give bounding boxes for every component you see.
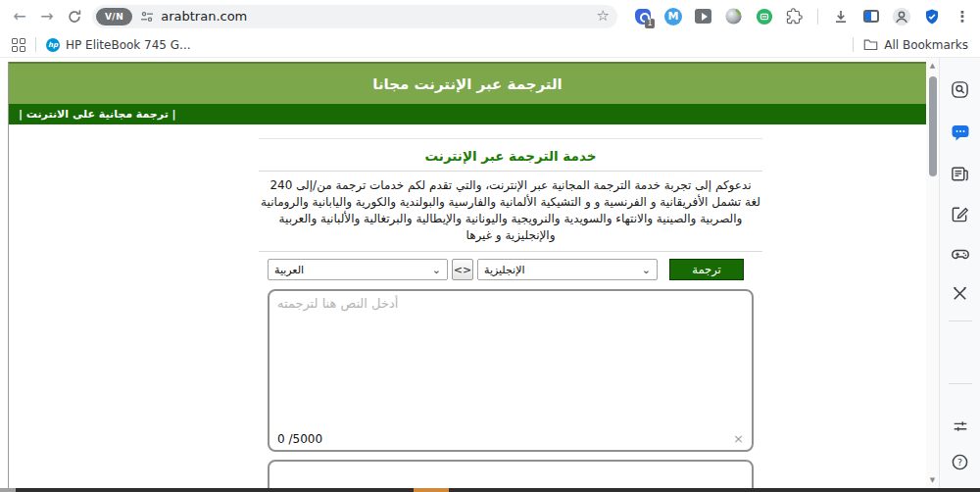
search-sidebar-button[interactable] — [949, 77, 972, 101]
taskbar-highlight-segment — [414, 488, 449, 492]
bookmark-star-icon[interactable]: ☆ — [597, 9, 610, 24]
target-language-select[interactable]: الإنجليزية ⌄ — [477, 259, 658, 280]
scroll-up-button[interactable]: ▲ — [926, 60, 939, 72]
security-shield-button[interactable] — [920, 5, 944, 28]
mail-extension-icon[interactable]: M — [662, 5, 685, 28]
scroll-down-button[interactable]: ▼ — [926, 474, 939, 486]
profile-avatar[interactable] — [890, 5, 913, 28]
all-bookmarks-label: All Bookmarks — [884, 38, 968, 52]
news-button[interactable] — [949, 162, 972, 185]
green-extension-icon[interactable] — [753, 5, 776, 28]
source-language-select[interactable]: العربية ⌄ — [268, 259, 448, 280]
nav-free-translation-link[interactable]: | ترجمة مجانية على الانترنت | — [19, 108, 176, 121]
game-controller-icon — [951, 244, 970, 264]
news-icon — [951, 165, 969, 183]
avatar-icon — [892, 7, 911, 26]
browser-menu-button[interactable]: ⋮ — [951, 5, 974, 28]
intro-paragraph: ندعوكم إلى تجربة خدمة الترجمة المجانية ع… — [261, 177, 760, 244]
bookmark-hp-label: HP EliteBook 745 G... — [66, 38, 191, 52]
page-main: خدمة الترجمة عبر الإنترنت ندعوكم إلى تجر… — [9, 124, 926, 488]
panel-divider — [949, 383, 972, 384]
notes-compose-button[interactable] — [949, 202, 972, 225]
site-navbar: | ترجمة مجانية على الانترنت | — [9, 104, 926, 124]
translate-button[interactable]: ترجمة — [669, 259, 744, 280]
forward-button[interactable]: → — [33, 3, 61, 30]
clear-text-button[interactable]: × — [733, 431, 744, 446]
taskbar-segment — [0, 488, 16, 492]
toolbar-separator — [817, 9, 818, 25]
browser-side-panel: ? — [939, 58, 980, 488]
divider — [259, 251, 762, 252]
apps-grid-icon[interactable] — [12, 38, 25, 52]
tools-button[interactable] — [949, 281, 972, 305]
vpn-sphere-extension-icon[interactable] — [722, 5, 746, 28]
site-settings-icon[interactable] — [140, 10, 154, 24]
video-extension-icon[interactable] — [692, 5, 715, 28]
compose-icon — [951, 205, 969, 223]
url-text: arabtran.com — [161, 9, 247, 24]
download-icon — [833, 9, 849, 25]
games-button[interactable] — [949, 242, 972, 266]
input-footer: 0 /5000 × — [277, 431, 744, 446]
bookmarks-bar: hp HP EliteBook 745 G... All Bookmarks — [0, 32, 980, 58]
folder-icon — [863, 38, 878, 51]
help-button[interactable]: ? — [949, 450, 972, 473]
password-extension-icon[interactable]: 1 — [631, 5, 655, 28]
web-page: الترجمة عبر الإنترنت مجانا | ترجمة مجاني… — [8, 62, 926, 488]
extensions-puzzle-icon[interactable] — [783, 5, 807, 28]
section-title: خدمة الترجمة عبر الإنترنت — [259, 148, 762, 164]
site-header: الترجمة عبر الإنترنت مجانا — [9, 62, 926, 104]
help-icon: ? — [951, 453, 969, 471]
split-panel-icon — [863, 10, 879, 23]
scrollbar-thumb[interactable] — [929, 76, 937, 176]
browser-toolbar: ← → V/N arabtran.com ☆ — [0, 0, 980, 32]
source-text-input[interactable] — [271, 293, 750, 424]
chevron-down-icon: ⌄ — [642, 265, 651, 275]
all-bookmarks-button[interactable]: All Bookmarks — [863, 38, 968, 52]
translation-output-box[interactable] — [268, 460, 754, 488]
chat-copilot-button[interactable] — [949, 121, 972, 144]
site-title: الترجمة عبر الإنترنت مجانا — [372, 75, 562, 93]
extensions-zone: 1 M — [631, 5, 974, 28]
reload-icon — [67, 9, 82, 25]
content-column: خدمة الترجمة عبر الإنترنت ندعوكم إلى تجر… — [259, 138, 762, 488]
reload-button[interactable] — [61, 3, 88, 30]
vpn-badge[interactable]: V/N — [96, 8, 132, 25]
search-icon — [951, 80, 969, 99]
target-language-value: الإنجليزية — [484, 264, 524, 276]
crossed-tools-icon — [951, 284, 969, 303]
downloads-button[interactable] — [829, 5, 853, 28]
side-panel-toggle[interactable] — [859, 5, 883, 28]
chevron-down-icon: ⌄ — [432, 265, 441, 275]
bookmarks-separator-right — [853, 37, 854, 52]
source-text-box: 0 /5000 × — [268, 289, 754, 452]
language-form-row: العربية ⌄ <> الإنجليزية ⌄ ترجمة — [268, 259, 754, 280]
shield-check-icon — [923, 8, 941, 25]
char-counter: 0 /5000 — [277, 432, 322, 446]
bookmarks-separator — [35, 37, 36, 52]
sliders-icon — [952, 418, 969, 435]
extension-badge: 1 — [645, 19, 655, 28]
source-language-value: العربية — [274, 264, 304, 276]
divider — [259, 171, 762, 172]
chat-icon — [951, 123, 970, 142]
svg-text:?: ? — [957, 456, 962, 467]
swap-languages-button[interactable]: <> — [452, 259, 473, 280]
taskbar-edge — [0, 488, 980, 492]
address-bar[interactable]: V/N arabtran.com ☆ — [92, 5, 617, 28]
hp-logo-icon: hp — [46, 38, 60, 52]
page-scrollbar[interactable]: ▲ ▼ — [926, 58, 939, 488]
browser-window: ← → V/N arabtran.com ☆ — [0, 0, 980, 492]
panel-settings-button[interactable] — [949, 415, 972, 438]
back-button[interactable]: ← — [6, 3, 33, 30]
bookmark-hp[interactable]: hp HP EliteBook 745 G... — [46, 38, 191, 52]
panel-divider — [949, 320, 972, 321]
